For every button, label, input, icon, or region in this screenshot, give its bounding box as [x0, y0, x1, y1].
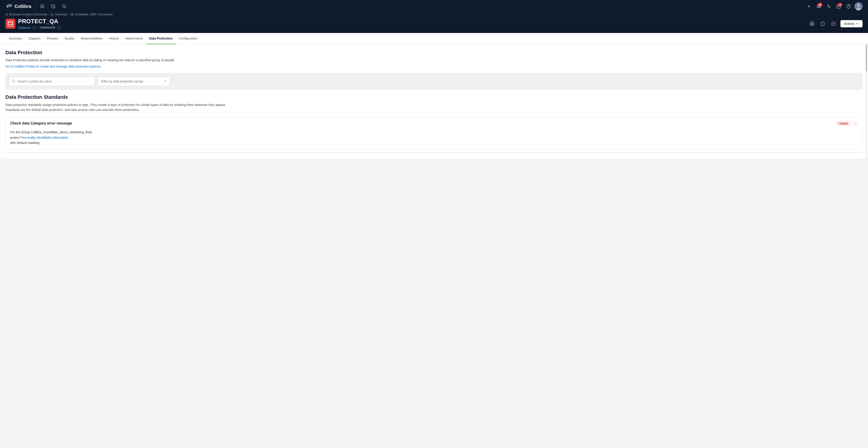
page-title-area: PROTECT_QA Database i CANDIDATE i: [5, 18, 61, 29]
standards-desc: Data protection standards assign protect…: [5, 102, 863, 112]
policy-card-right: Failed i: [836, 121, 858, 126]
nav-right: 63 1: [805, 2, 863, 10]
svg-rect-6: [43, 5, 44, 5]
activity-button[interactable]: [825, 2, 833, 10]
scroll-track[interactable]: [866, 44, 867, 158]
tab-quality[interactable]: Quality: [61, 33, 78, 44]
search-button[interactable]: [60, 3, 68, 10]
scroll-thumb: [866, 44, 867, 71]
content-body: Data Protection Data Protection policies…: [0, 44, 868, 158]
actions-label: Actions: [844, 22, 855, 26]
nav-divider: [35, 3, 35, 9]
nav-left: Collibra: [5, 3, 68, 10]
cart-button[interactable]: 1: [835, 2, 843, 10]
collibra-protect-link[interactable]: Go to Collibra Protect to create and man…: [5, 65, 101, 68]
tab-responsibilities[interactable]: Responsibilities: [78, 33, 106, 44]
policy-masking-line: with Default masking: [10, 140, 858, 146]
search-input-wrap: [9, 77, 95, 86]
print-button[interactable]: [808, 20, 816, 28]
tab-diagram[interactable]: Diagram: [25, 33, 44, 44]
logo[interactable]: Collibra: [5, 3, 31, 10]
filter-select-wrap: Filter by data protection group: [98, 77, 170, 86]
svg-point-24: [857, 4, 860, 7]
notifications-badge: 63: [818, 3, 822, 7]
policy-card-title: Check data Category error message: [10, 121, 72, 126]
notifications-button[interactable]: 63: [815, 2, 823, 10]
standards-title: Data Protection Standards: [5, 94, 863, 100]
policy-card-partial: [5, 152, 863, 153]
svg-rect-11: [42, 7, 43, 8]
svg-rect-12: [43, 7, 44, 8]
asset-type-link[interactable]: Database: [18, 26, 31, 29]
svg-rect-0: [5, 3, 13, 10]
tab-attachments[interactable]: Attachments: [122, 33, 146, 44]
breadcrumb-lock-icon-1: [5, 13, 8, 16]
policy-group-line: For the Group Collibra_Snowflake_Demo_Ma…: [10, 130, 858, 135]
data-protection-title: Data Protection: [5, 50, 863, 56]
main-content: Summary Diagram Pictures Quality Respons…: [0, 33, 868, 158]
svg-rect-10: [41, 7, 41, 8]
svg-rect-9: [43, 6, 44, 6]
page-title: PROTECT_QA: [18, 18, 61, 25]
policy-pii-link[interactable]: Personally Identifiable Information: [21, 136, 68, 139]
policy-card-body: For the Group Collibra_Snowflake_Demo_Ma…: [6, 130, 862, 149]
tasks-button[interactable]: [830, 20, 838, 28]
data-protection-desc: Data Protection policies provide protect…: [5, 58, 863, 63]
svg-rect-4: [41, 5, 41, 5]
svg-point-1: [7, 6, 8, 7]
tab-data-protection[interactable]: Data Protection: [146, 33, 176, 44]
tabs-bar: Summary Diagram Pictures Quality Respons…: [0, 33, 868, 44]
tab-summary[interactable]: Summary: [5, 33, 25, 44]
policy-card: Check data Category error message Failed…: [5, 117, 863, 149]
svg-rect-26: [6, 14, 8, 15]
title-text-area: PROTECT_QA Database i CANDIDATE i: [18, 18, 61, 29]
svg-rect-7: [41, 6, 41, 6]
svg-line-35: [14, 81, 15, 82]
search-icon: [12, 79, 16, 83]
svg-line-14: [52, 5, 55, 8]
breadcrumb-item-3[interactable]: Snowflake JDBC Connection: [75, 13, 113, 16]
policy-protect-line: protect Personally Identifiable Informat…: [10, 135, 858, 140]
top-nav: Collibra: [0, 0, 868, 13]
asset-type-icon: [5, 19, 16, 29]
breadcrumb-item-1[interactable]: Business Analyst Community: [9, 13, 48, 16]
cart-badge: 1: [838, 3, 842, 7]
help-button[interactable]: [844, 2, 852, 10]
svg-line-16: [65, 7, 66, 8]
svg-point-34: [12, 80, 14, 82]
user-avatar[interactable]: [855, 2, 863, 10]
svg-point-15: [63, 5, 65, 7]
breadcrumb-db-icon: [71, 13, 73, 16]
policy-card-header: Check data Category error message Failed…: [6, 117, 862, 130]
filter-group-select[interactable]: Filter by data protection group: [98, 77, 170, 86]
actions-button[interactable]: Actions: [840, 20, 863, 27]
actions-chevron-icon: [856, 22, 859, 25]
svg-point-28: [71, 13, 73, 14]
policy-info-icon[interactable]: i: [853, 121, 858, 126]
grid-menu-button[interactable]: [39, 3, 46, 10]
svg-rect-8: [42, 6, 43, 6]
tab-history[interactable]: History: [106, 33, 122, 44]
info-button[interactable]: [819, 20, 827, 28]
asset-status-badge: CANDIDATE: [40, 26, 55, 29]
tab-configuration[interactable]: Configuration: [176, 33, 201, 44]
svg-point-3: [10, 5, 11, 6]
svg-rect-5: [42, 5, 43, 5]
header-area: Business Analyst Community / Schemas / S…: [0, 13, 868, 33]
breadcrumb-item-2[interactable]: Schemas: [55, 13, 67, 16]
policy-failed-badge: Failed: [836, 121, 851, 126]
breadcrumb: Business Analyst Community / Schemas / S…: [5, 13, 863, 16]
svg-rect-30: [811, 24, 813, 26]
help-circle-icon[interactable]: [50, 3, 57, 10]
svg-rect-27: [51, 14, 53, 15]
tab-pictures[interactable]: Pictures: [44, 33, 62, 44]
add-button[interactable]: [805, 2, 813, 10]
asset-status-info-icon[interactable]: i: [57, 26, 61, 29]
filter-bar: Filter by data protection group: [5, 73, 863, 90]
svg-point-29: [8, 21, 13, 23]
header-actions: Actions: [808, 20, 863, 28]
page-header: PROTECT_QA Database i CANDIDATE i: [5, 18, 863, 29]
app-name: Collibra: [14, 4, 31, 9]
search-policy-input[interactable]: [9, 77, 95, 86]
asset-type-info-icon[interactable]: i: [33, 26, 36, 29]
